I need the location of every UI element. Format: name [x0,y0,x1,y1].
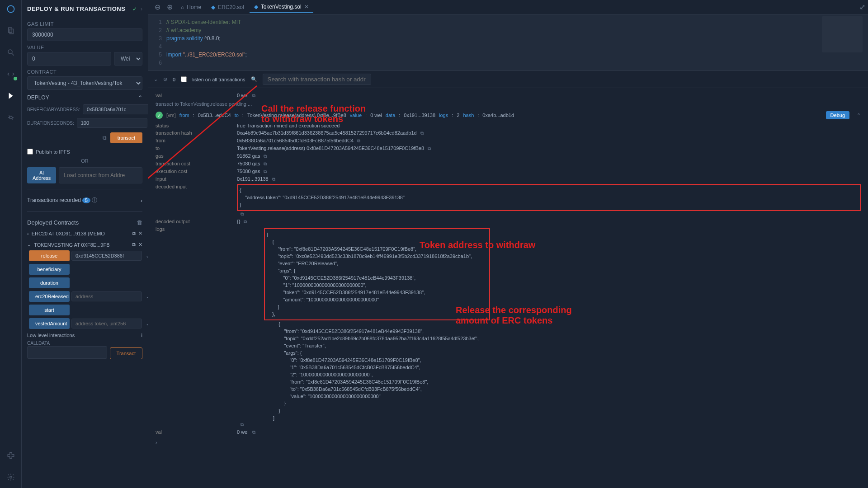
copy-icon[interactable]: ⧉ [272,177,275,182]
home-icon: ⌂ [181,4,184,10]
panel-title: DEPLOY & RUN TRANSACTIONS [27,5,125,12]
chevron-right-icon: › [141,197,142,204]
contract-select[interactable]: TokenVesting - 43_TokenVesting/Tok [27,76,142,90]
copy-icon[interactable]: ⧉ [132,242,136,248]
deploy-icon[interactable] [5,90,16,101]
search-icon[interactable]: 🔍 [251,76,257,82]
file-icon: ◆ [211,4,215,10]
copy-icon[interactable]: ⧉ [132,230,136,236]
copy-icon[interactable]: ⧉ [428,146,431,151]
release-button[interactable]: release [29,250,70,261]
contract-row-vesting[interactable]: ⌄ TOKENVESTING AT 0XF8E...9FB ⧉ ✕ [27,239,142,250]
check-icon: ✓ [132,6,137,12]
copy-icon[interactable]: ⧉ [264,154,267,159]
files-icon[interactable] [5,25,16,36]
deploy-sidebar: DEPLOY & RUN TRANSACTIONS ✓ › GAS LIMIT … [22,0,148,488]
line-gutter: 123456 [148,18,166,67]
calldata-input[interactable] [27,346,107,359]
copy-icon[interactable]: ⧉ [244,219,247,224]
debug-button[interactable]: Debug [826,111,849,119]
gas-limit-input[interactable] [27,28,142,41]
copy-icon[interactable]: ⧉ [252,93,255,98]
console[interactable]: val0 wei⧉ transact to TokenVesting.relea… [148,88,868,488]
svg-point-10 [9,476,12,479]
debugger-icon[interactable] [5,112,16,123]
close-icon[interactable]: ✕ [304,4,309,10]
beneficiary-input[interactable] [83,104,148,114]
close-icon[interactable]: ✕ [138,230,142,236]
zoom-out-icon[interactable]: ⊖ [152,3,163,11]
duration-input[interactable] [77,118,147,128]
copy-icon[interactable]: ⧉ [264,161,267,166]
tab-erc20[interactable]: ◆ERC20.sol [207,2,248,12]
minimap[interactable] [822,16,863,52]
erc20released-button[interactable]: erc20Released [29,291,70,302]
chevron-down-icon[interactable]: ⌄ [144,320,148,327]
main-area: ⊖ ⊕ ⌂Home ◆ERC20.sol ◆TokenVesting.sol✕ … [148,0,868,488]
search-icon[interactable] [5,47,16,58]
gas-limit-label: GAS LIMIT [27,21,142,27]
erc20released-input[interactable] [71,291,142,301]
value-input[interactable] [27,52,111,66]
beneficiary-label: BENEFICIARYADDRESS: [27,107,80,112]
value-unit-select[interactable]: Wei [114,52,142,66]
settings-icon[interactable] [5,472,16,483]
chevron-up-icon[interactable]: ⌃ [857,113,861,118]
zoom-in-icon[interactable]: ⊕ [164,3,175,11]
logo-icon[interactable] [5,4,16,14]
trash-icon[interactable]: 🗑 [137,219,142,226]
or-label: OR [27,158,142,164]
beneficiary-button[interactable]: beneficiary [29,264,70,275]
tx-search-input[interactable] [263,74,371,85]
info-icon: i [142,333,142,338]
tab-home[interactable]: ⌂Home [176,2,206,12]
chevron-down-icon: ⌄ [27,242,31,248]
duration-label: DURATIONSECONDS: [27,121,74,126]
value-label: VALUE [27,45,142,50]
chevron-down-icon[interactable]: ⌄ [154,76,158,82]
compiler-icon[interactable] [5,69,16,80]
svg-point-3 [8,50,12,54]
tx-summary[interactable]: ✓ [vm] from: 0x5B3...eddC4 to: TokenVest… [156,108,861,122]
copy-icon[interactable]: ⧉ [252,430,255,435]
duration-button[interactable]: duration [29,277,70,288]
vestedamount-input[interactable] [71,319,142,328]
tx-recorded-toggle[interactable]: Transactions recorded 5 ⓘ › [27,195,142,206]
publish-ipfs-label: Publish to IPFS [36,149,70,155]
expand-icon[interactable]: ⤢ [857,3,868,11]
copy-icon[interactable]: ⧉ [420,131,424,136]
publish-ipfs-checkbox[interactable] [27,149,33,155]
chevron-right-icon[interactable]: › [156,440,861,445]
chevron-down-icon[interactable]: ⌄ [144,293,148,300]
chevron-right-icon[interactable]: › [141,6,142,12]
svg-line-8 [9,116,9,117]
low-level-label: Low level interactions [27,333,75,338]
chevron-right-icon: › [27,231,29,236]
transact-calldata-button[interactable]: Transact [110,347,142,359]
clear-icon[interactable]: ⊘ [163,76,167,82]
plugin-icon[interactable] [5,450,16,461]
transact-button[interactable]: transact [110,132,142,143]
svg-point-0 [7,6,14,13]
copy-icon[interactable]: ⧉ [264,169,267,174]
listen-label: listen on all transactions [192,77,245,82]
info-icon: ⓘ [92,197,97,203]
listen-checkbox[interactable] [181,76,187,82]
at-address-button[interactable]: At Address [27,167,56,183]
deployed-label: Deployed Contracts [27,219,79,226]
deploy-toggle[interactable]: DEPLOY ⌃ [27,94,142,101]
code-editor[interactable]: 123456 // SPDX-License-Identifier: MIT /… [148,14,868,70]
start-button[interactable]: start [29,305,70,315]
decoded-input-box: { "address token": "0xd9145CCE52D386f254… [237,184,861,211]
copy-icon[interactable]: ⧉ [241,422,244,427]
tab-vesting[interactable]: ◆TokenVesting.sol✕ [250,2,313,13]
at-address-input[interactable] [59,167,142,183]
copy-icon[interactable]: ⧉ [357,138,360,143]
copy-icon[interactable]: ⧉ [103,135,107,141]
copy-icon[interactable]: ⧉ [241,211,244,216]
close-icon[interactable]: ✕ [138,242,142,248]
release-input[interactable] [71,251,142,261]
contract-row-erc20[interactable]: › ERC20 AT 0XD91...9138 (MEMO ⧉ ✕ [27,228,142,239]
vestedamount-button[interactable]: vestedAmount [29,318,70,329]
chevron-down-icon[interactable]: ⌄ [144,253,148,259]
